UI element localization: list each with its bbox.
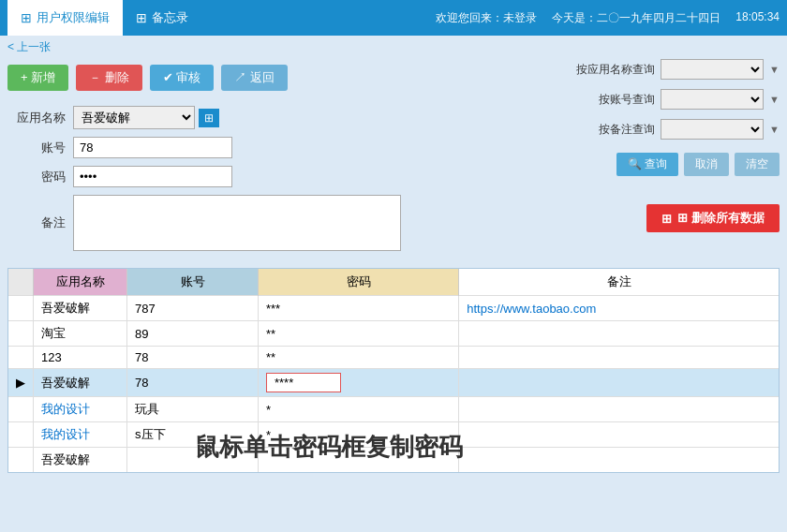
welcome-text: 欢迎您回来：未登录 — [436, 10, 537, 26]
search-by-app-row: 按应用名称查询 ▼ — [480, 59, 780, 80]
cell-app-name: 吾爱破解 — [34, 369, 127, 397]
cell-password[interactable] — [259, 448, 459, 473]
table-row[interactable]: 12378** — [8, 347, 779, 369]
row-arrow: ▶ — [8, 369, 34, 397]
chevron-down-icon-2: ▼ — [769, 94, 780, 105]
table-body: 吾爱破解787***https://www.taobao.com淘宝89**12… — [8, 296, 779, 473]
col-app-name: 应用名称 — [34, 269, 127, 296]
chevron-down-icon-3: ▼ — [769, 124, 780, 135]
search-icon: 🔍 — [628, 157, 642, 170]
password-row: 密码 — [7, 166, 461, 187]
cancel-button[interactable]: 取消 — [684, 153, 729, 176]
row-arrow — [8, 448, 34, 473]
col-password: 密码 — [259, 269, 459, 296]
cell-app-name: 123 — [34, 347, 127, 369]
cell-password[interactable]: *** — [259, 296, 459, 321]
table-row[interactable]: ▶吾爱破解78**** — [8, 369, 779, 397]
row-arrow — [8, 321, 34, 347]
account-row: 账号 — [7, 137, 461, 158]
row-arrow — [8, 296, 34, 321]
tab-memo[interactable]: ⊞ 备忘录 — [123, 0, 201, 36]
search-by-app-label: 按应用名称查询 — [576, 62, 655, 78]
cell-password[interactable]: **** — [259, 369, 459, 397]
cell-account: 78 — [127, 369, 259, 397]
search-by-app-select[interactable] — [661, 59, 764, 80]
grid-icon-delete: ⊞ — [661, 212, 672, 226]
table-row[interactable]: 我的设计玩具* — [8, 397, 779, 422]
table-row[interactable]: 我的设计s压下* — [8, 422, 779, 448]
data-table-container: 应用名称 账号 密码 备注 吾爱破解787***https://www.taob… — [7, 268, 780, 473]
cell-note — [459, 347, 779, 369]
cell-note — [459, 422, 779, 448]
note-input[interactable] — [73, 195, 401, 251]
note-label: 备注 — [7, 214, 73, 231]
main-content: < 上一张 + 新增 － 删除 ✔ 审核 ↗ 返回 应用名称 吾爱破解 ⊞ — [0, 36, 787, 532]
time-text: 18:05:34 — [735, 10, 780, 26]
chevron-down-icon-1: ▼ — [769, 64, 780, 75]
col-note: 备注 — [459, 269, 779, 296]
data-table-wrap: 应用名称 账号 密码 备注 吾爱破解787***https://www.taob… — [7, 268, 780, 473]
delete-all-button[interactable]: ⊞ ⊞ 删除所有数据 — [646, 204, 780, 232]
cell-account — [127, 448, 259, 473]
form-left: + 新增 － 删除 ✔ 审核 ↗ 返回 应用名称 吾爱破解 ⊞ 账号 — [7, 59, 461, 259]
cell-app-name: 淘宝 — [34, 321, 127, 347]
review-button[interactable]: ✔ 审核 — [150, 65, 215, 91]
cell-password[interactable]: * — [259, 422, 459, 448]
grid-icon-2: ⊞ — [136, 10, 147, 25]
app-grid-button[interactable]: ⊞ — [199, 109, 219, 127]
search-by-note-label: 按备注查询 — [599, 122, 655, 138]
search-by-account-label: 按账号查询 — [599, 92, 655, 108]
app-select-row: 吾爱破解 ⊞ — [73, 106, 219, 129]
cell-app-name: 吾爱破解 — [34, 296, 127, 321]
tab-user-permissions-label: 用户权限编辑 — [37, 9, 110, 26]
cell-account: s压下 — [127, 422, 259, 448]
cell-app-name: 我的设计 — [34, 422, 127, 448]
cell-note: https://www.taobao.com — [459, 296, 779, 321]
table-header: 应用名称 账号 密码 备注 — [8, 269, 779, 296]
search-by-note-select[interactable] — [661, 119, 764, 140]
data-table: 应用名称 账号 密码 备注 吾爱破解787***https://www.taob… — [8, 269, 779, 472]
topbar-info: 欢迎您回来：未登录 今天是：二〇一九年四月二十四日 18:05:34 — [436, 10, 780, 26]
cell-account: 787 — [127, 296, 259, 321]
cell-account: 78 — [127, 347, 259, 369]
cell-account: 玩具 — [127, 397, 259, 422]
query-button[interactable]: 🔍 查询 — [616, 153, 678, 176]
row-arrow — [8, 347, 34, 369]
cell-password[interactable]: * — [259, 397, 459, 422]
back-link[interactable]: < 上一张 — [7, 39, 51, 55]
topbar: ⊞ 用户权限编辑 ⊞ 备忘录 欢迎您回来：未登录 今天是：二〇一九年四月二十四日… — [0, 0, 787, 36]
cell-note — [459, 397, 779, 422]
note-row: 备注 — [7, 195, 461, 251]
search-by-account-row: 按账号查询 ▼ — [480, 89, 780, 110]
cell-password[interactable]: ** — [259, 321, 459, 347]
table-row[interactable]: 吾爱破解 — [8, 448, 779, 473]
search-panel: 按应用名称查询 ▼ 按账号查询 ▼ 按备注查询 ▼ — [480, 59, 780, 259]
cell-password[interactable]: ** — [259, 347, 459, 369]
account-label: 账号 — [7, 140, 73, 156]
search-by-account-select[interactable] — [661, 89, 764, 110]
cell-note — [459, 369, 779, 397]
toolbar: + 新增 － 删除 ✔ 审核 ↗ 返回 — [7, 59, 461, 96]
row-arrow — [8, 397, 34, 422]
tab-user-permissions[interactable]: ⊞ 用户权限编辑 — [7, 0, 123, 36]
password-input[interactable] — [73, 166, 232, 187]
return-button[interactable]: ↗ 返回 — [221, 65, 288, 91]
search-by-note-row: 按备注查询 ▼ — [480, 119, 780, 140]
form-area: + 新增 － 删除 ✔ 审核 ↗ 返回 应用名称 吾爱破解 ⊞ 账号 — [7, 59, 780, 259]
app-name-label: 应用名称 — [7, 110, 73, 126]
add-button[interactable]: + 新增 — [7, 65, 68, 91]
table-row[interactable]: 吾爱破解787***https://www.taobao.com — [8, 296, 779, 321]
app-name-select[interactable]: 吾爱破解 — [73, 106, 195, 129]
app-name-row: 应用名称 吾爱破解 ⊞ — [7, 106, 461, 129]
search-buttons: 🔍 查询 取消 清空 — [480, 153, 780, 176]
delete-button[interactable]: － 删除 — [76, 65, 142, 91]
clear-button[interactable]: 清空 — [735, 153, 780, 176]
table-row[interactable]: 淘宝89** — [8, 321, 779, 347]
cell-note — [459, 448, 779, 473]
row-arrow — [8, 422, 34, 448]
cell-app-name: 吾爱破解 — [34, 448, 127, 473]
cell-account: 89 — [127, 321, 259, 347]
cell-app-name: 我的设计 — [34, 397, 127, 422]
grid-icon-1: ⊞ — [21, 10, 32, 25]
account-input[interactable] — [73, 137, 232, 158]
